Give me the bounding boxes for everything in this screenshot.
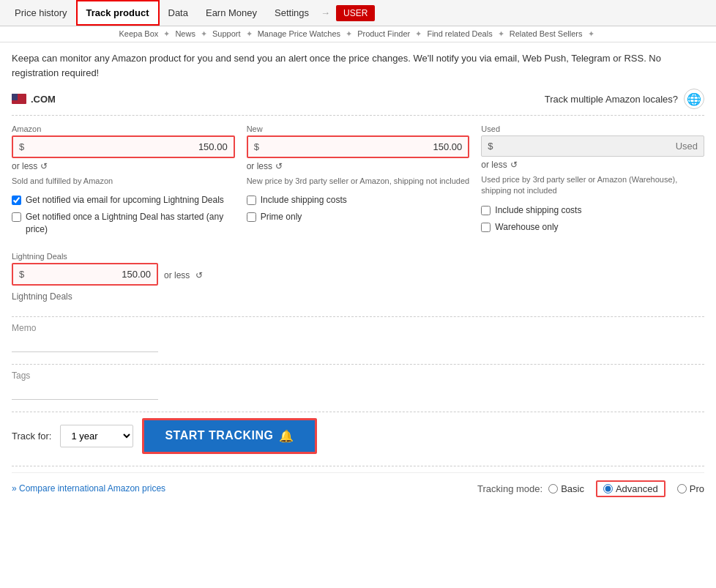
bell-icon: 🔔 xyxy=(279,429,294,443)
lightning-deals-price-box: $ xyxy=(12,263,158,286)
section-divider-4 xyxy=(12,466,704,466)
memo-label: Memo xyxy=(12,323,704,333)
locale-row: .COM Track multiple Amazon locales? 🌐 xyxy=(12,89,704,109)
lightning-deals-title: Lightning Deals xyxy=(12,252,704,261)
amazon-or-less: or less xyxy=(12,161,37,171)
used-checkbox-1-row: Include shipping costs xyxy=(481,204,704,217)
new-price-box: $ xyxy=(247,135,470,158)
amazon-checkbox-2-label: Get notified once a Lightning Deal has s… xyxy=(26,211,235,236)
lightning-or-less: or less xyxy=(164,270,190,280)
start-tracking-label: START TRACKING xyxy=(165,429,273,442)
subnav-news[interactable]: News xyxy=(175,29,195,38)
used-price-box: $ xyxy=(481,135,704,157)
lightning-deals-desc: Lightning Deals xyxy=(12,291,704,302)
dashed-divider-1 xyxy=(12,115,704,116)
new-refresh-icon[interactable]: ↺ xyxy=(275,161,283,171)
amazon-lightning-started-checkbox[interactable] xyxy=(12,212,21,222)
subnav-support[interactable]: Support xyxy=(212,29,241,38)
radio-pro-input[interactable] xyxy=(677,484,687,494)
new-title: New xyxy=(247,124,470,133)
new-section: New $ or less ↺ New price by 3rd party s… xyxy=(247,124,470,240)
memo-input[interactable] xyxy=(12,335,158,352)
tab-price-history[interactable]: Price history xyxy=(6,1,76,24)
tab-track-product[interactable]: Track product xyxy=(76,0,160,26)
price-grid: Amazon $ or less ↺ Sold and fulfilled by… xyxy=(12,124,704,240)
amazon-checkbox-1-label: Get notified via email for upcoming Ligh… xyxy=(26,194,224,206)
locale-label: .COM xyxy=(31,94,56,105)
new-checkbox-2-label: Prime only xyxy=(261,211,302,223)
used-include-shipping-checkbox[interactable] xyxy=(481,206,491,215)
amazon-checkbox-2-row: Get notified once a Lightning Deal has s… xyxy=(12,211,235,236)
globe-icon[interactable]: 🌐 xyxy=(684,89,704,109)
used-checkbox-2-row: Warehouse only xyxy=(481,221,704,234)
radio-group: Basic Advanced Pro xyxy=(548,480,704,497)
radio-advanced[interactable]: Advanced xyxy=(596,480,665,497)
lightning-refresh-icon[interactable]: ↺ xyxy=(195,270,203,280)
radio-pro-label: Pro xyxy=(690,483,704,494)
subnav-related-best-sellers[interactable]: Related Best Sellers xyxy=(510,29,583,38)
bottom-row: Compare international Amazon prices Trac… xyxy=(12,472,704,497)
used-refresh-icon[interactable]: ↺ xyxy=(510,160,518,170)
sub-nav: Keepa Box ✦ News ✦ Support ✦ Manage Pric… xyxy=(0,26,716,42)
used-section: Used $ or less ↺ Used price by 3rd party… xyxy=(481,124,704,240)
radio-pro[interactable]: Pro xyxy=(677,483,704,494)
lightning-deals-price-input[interactable] xyxy=(27,269,151,280)
new-currency: $ xyxy=(254,141,259,152)
track-for-select[interactable]: 1 year 6 months 3 months 1 month Forever xyxy=(60,425,133,447)
track-row: Track for: 1 year 6 months 3 months 1 mo… xyxy=(12,418,704,454)
tags-label: Tags xyxy=(12,371,704,381)
new-checkbox-2-row: Prime only xyxy=(247,211,470,223)
new-or-less: or less xyxy=(247,161,272,171)
amazon-title: Amazon xyxy=(12,124,235,133)
new-prime-only-checkbox[interactable] xyxy=(247,212,256,222)
used-currency: $ xyxy=(488,141,493,152)
amazon-lightning-deals-checkbox[interactable] xyxy=(12,196,21,205)
lightning-deals-section: Lightning Deals $ or less ↺ Lightning De… xyxy=(12,252,704,302)
description-text: Keepa can monitor any Amazon product for… xyxy=(12,51,704,80)
tab-earn-money[interactable]: Earn Money xyxy=(197,1,266,24)
amazon-price-box: $ xyxy=(12,135,235,158)
tracking-mode-label: Tracking mode: xyxy=(477,483,542,494)
tab-settings[interactable]: Settings xyxy=(266,1,318,24)
used-warehouse-only-checkbox[interactable] xyxy=(481,223,491,232)
new-desc: New price by 3rd party seller or Amazon,… xyxy=(247,176,470,187)
amazon-currency: $ xyxy=(19,141,24,152)
lightning-currency: $ xyxy=(19,269,24,280)
used-title: Used xyxy=(481,124,704,133)
used-desc: Used price by 3rd party seller or Amazon… xyxy=(481,174,704,197)
user-button[interactable]: USER xyxy=(336,5,375,21)
section-divider-1 xyxy=(12,316,704,317)
subnav-find-related-deals[interactable]: Find related Deals xyxy=(427,29,492,38)
radio-basic[interactable]: Basic xyxy=(548,483,584,494)
start-tracking-button[interactable]: START TRACKING 🔔 xyxy=(142,418,317,454)
tags-section: Tags xyxy=(12,371,704,400)
amazon-checkbox-1-row: Get notified via email for upcoming Ligh… xyxy=(12,194,235,206)
radio-advanced-input[interactable] xyxy=(603,484,613,494)
track-multiple-label: Track multiple Amazon locales? xyxy=(545,94,678,105)
memo-section: Memo xyxy=(12,323,704,352)
nav-arrow: → xyxy=(318,7,333,18)
new-checkbox-1-row: Include shipping costs xyxy=(247,194,470,206)
amazon-price-input[interactable] xyxy=(27,141,227,152)
radio-basic-input[interactable] xyxy=(548,484,558,494)
amazon-refresh-icon[interactable]: ↺ xyxy=(40,161,48,171)
nav-tabs: Price history Track product Data Earn Mo… xyxy=(0,0,716,26)
used-price-input[interactable] xyxy=(496,141,698,152)
tracking-mode-group: Tracking mode: Basic Advanced Pro xyxy=(477,480,704,497)
tab-data[interactable]: Data xyxy=(160,1,197,24)
used-checkbox-2-label: Warehouse only xyxy=(495,221,558,234)
subnav-product-finder[interactable]: Product Finder xyxy=(357,29,410,38)
amazon-desc: Sold and fulfilled by Amazon xyxy=(12,176,235,187)
used-or-less: or less xyxy=(481,160,507,170)
track-for-label: Track for: xyxy=(12,431,51,442)
section-divider-2 xyxy=(12,364,704,365)
tags-input[interactable] xyxy=(12,382,158,400)
subnav-manage-price-watches[interactable]: Manage Price Watches xyxy=(258,29,340,38)
locale-selector[interactable]: .COM xyxy=(12,94,56,105)
subnav-keepa-box[interactable]: Keepa Box xyxy=(119,29,158,38)
radio-basic-label: Basic xyxy=(561,483,584,494)
new-price-input[interactable] xyxy=(262,141,462,152)
flag-icon xyxy=(12,94,26,104)
new-include-shipping-checkbox[interactable] xyxy=(247,196,256,205)
compare-link[interactable]: Compare international Amazon prices xyxy=(12,483,165,494)
